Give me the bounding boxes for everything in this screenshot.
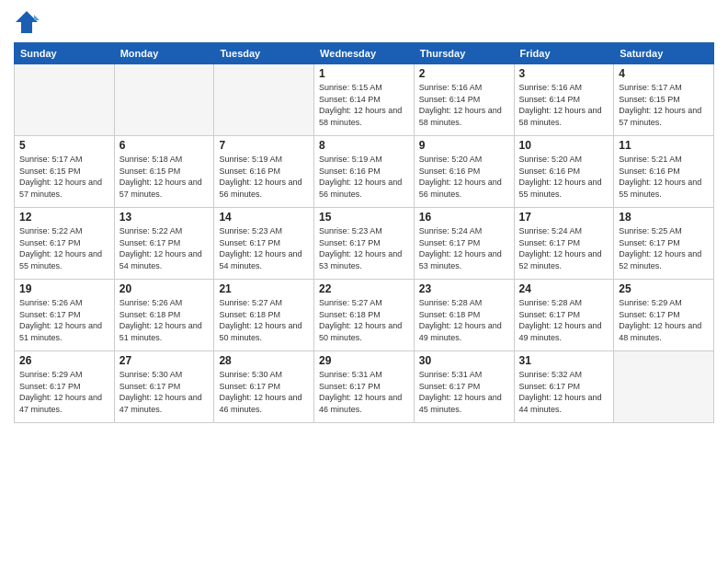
day-info: Sunrise: 5:20 AM Sunset: 6:16 PM Dayligh… [519,154,609,200]
calendar-cell: 16Sunrise: 5:24 AM Sunset: 6:17 PM Dayli… [414,208,514,280]
day-number: 21 [219,282,309,295]
calendar-cell: 22Sunrise: 5:27 AM Sunset: 6:18 PM Dayli… [314,280,415,351]
calendar-header-row: SundayMondayTuesdayWednesdayThursdayFrid… [15,43,714,64]
svg-marker-0 [16,11,38,33]
day-info: Sunrise: 5:32 AM Sunset: 6:17 PM Dayligh… [519,369,609,415]
week-row-3: 12Sunrise: 5:22 AM Sunset: 6:17 PM Dayli… [15,208,714,280]
day-info: Sunrise: 5:28 AM Sunset: 6:17 PM Dayligh… [519,297,609,343]
day-number: 10 [519,139,609,152]
calendar-cell: 8Sunrise: 5:19 AM Sunset: 6:16 PM Daylig… [314,136,415,208]
day-number: 28 [219,354,309,367]
week-row-1: 1Sunrise: 5:15 AM Sunset: 6:14 PM Daylig… [15,64,714,136]
day-info: Sunrise: 5:23 AM Sunset: 6:17 PM Dayligh… [319,225,409,271]
day-number: 8 [319,139,409,152]
calendar-cell: 17Sunrise: 5:24 AM Sunset: 6:17 PM Dayli… [514,208,614,280]
day-number: 25 [619,282,709,295]
day-info: Sunrise: 5:28 AM Sunset: 6:18 PM Dayligh… [419,297,509,343]
calendar-cell: 28Sunrise: 5:30 AM Sunset: 6:17 PM Dayli… [214,351,314,423]
calendar-cell: 18Sunrise: 5:25 AM Sunset: 6:17 PM Dayli… [614,208,714,280]
calendar-cell: 25Sunrise: 5:29 AM Sunset: 6:17 PM Dayli… [614,280,714,351]
day-number: 11 [619,139,709,152]
day-number: 30 [419,354,509,367]
day-info: Sunrise: 5:31 AM Sunset: 6:17 PM Dayligh… [419,369,509,415]
calendar-header-saturday: Saturday [614,43,714,64]
day-number: 31 [519,354,609,367]
calendar-cell: 4Sunrise: 5:17 AM Sunset: 6:15 PM Daylig… [614,64,714,136]
calendar-cell: 7Sunrise: 5:19 AM Sunset: 6:16 PM Daylig… [214,136,314,208]
day-number: 7 [219,139,309,152]
day-number: 12 [19,211,109,224]
week-row-2: 5Sunrise: 5:17 AM Sunset: 6:15 PM Daylig… [15,136,714,208]
day-number: 15 [319,211,409,224]
day-number: 14 [219,211,309,224]
calendar-header-wednesday: Wednesday [314,43,415,64]
logo-icon [14,9,40,35]
day-number: 24 [519,282,609,295]
calendar-cell: 3Sunrise: 5:16 AM Sunset: 6:14 PM Daylig… [514,64,614,136]
day-info: Sunrise: 5:26 AM Sunset: 6:17 PM Dayligh… [19,297,109,343]
day-info: Sunrise: 5:24 AM Sunset: 6:17 PM Dayligh… [419,225,509,271]
calendar-cell: 15Sunrise: 5:23 AM Sunset: 6:17 PM Dayli… [314,208,415,280]
day-number: 4 [619,67,709,80]
day-number: 6 [119,139,210,152]
calendar-cell: 11Sunrise: 5:21 AM Sunset: 6:16 PM Dayli… [614,136,714,208]
day-info: Sunrise: 5:17 AM Sunset: 6:15 PM Dayligh… [619,82,709,128]
day-info: Sunrise: 5:29 AM Sunset: 6:17 PM Dayligh… [619,297,709,343]
header [14,9,714,35]
day-number: 22 [319,282,409,295]
day-info: Sunrise: 5:24 AM Sunset: 6:17 PM Dayligh… [519,225,609,271]
calendar-cell: 13Sunrise: 5:22 AM Sunset: 6:17 PM Dayli… [114,208,214,280]
day-info: Sunrise: 5:22 AM Sunset: 6:17 PM Dayligh… [19,225,109,271]
calendar-cell [114,64,214,136]
day-info: Sunrise: 5:19 AM Sunset: 6:16 PM Dayligh… [319,154,409,200]
calendar-cell: 27Sunrise: 5:30 AM Sunset: 6:17 PM Dayli… [114,351,214,423]
calendar-cell: 2Sunrise: 5:16 AM Sunset: 6:14 PM Daylig… [414,64,514,136]
calendar-cell: 29Sunrise: 5:31 AM Sunset: 6:17 PM Dayli… [314,351,415,423]
day-number: 16 [419,211,509,224]
day-info: Sunrise: 5:21 AM Sunset: 6:16 PM Dayligh… [619,154,709,200]
day-number: 9 [419,139,509,152]
calendar-header-sunday: Sunday [15,43,115,64]
calendar-header-monday: Monday [114,43,214,64]
calendar-cell: 20Sunrise: 5:26 AM Sunset: 6:18 PM Dayli… [114,280,214,351]
calendar-header-tuesday: Tuesday [214,43,314,64]
day-number: 26 [19,354,109,367]
calendar-cell [614,351,714,423]
day-number: 17 [519,211,609,224]
calendar-cell: 5Sunrise: 5:17 AM Sunset: 6:15 PM Daylig… [15,136,115,208]
day-number: 19 [19,282,109,295]
calendar-cell: 19Sunrise: 5:26 AM Sunset: 6:17 PM Dayli… [15,280,115,351]
day-info: Sunrise: 5:25 AM Sunset: 6:17 PM Dayligh… [619,225,709,271]
day-info: Sunrise: 5:30 AM Sunset: 6:17 PM Dayligh… [219,369,309,415]
calendar-cell [214,64,314,136]
calendar-cell: 31Sunrise: 5:32 AM Sunset: 6:17 PM Dayli… [514,351,614,423]
calendar-cell: 1Sunrise: 5:15 AM Sunset: 6:14 PM Daylig… [314,64,415,136]
calendar-cell: 9Sunrise: 5:20 AM Sunset: 6:16 PM Daylig… [414,136,514,208]
day-number: 29 [319,354,409,367]
calendar-cell: 14Sunrise: 5:23 AM Sunset: 6:17 PM Dayli… [214,208,314,280]
calendar-header-friday: Friday [514,43,614,64]
day-info: Sunrise: 5:22 AM Sunset: 6:17 PM Dayligh… [119,225,210,271]
page: SundayMondayTuesdayWednesdayThursdayFrid… [0,0,728,563]
day-info: Sunrise: 5:17 AM Sunset: 6:15 PM Dayligh… [19,154,109,200]
calendar-cell: 24Sunrise: 5:28 AM Sunset: 6:17 PM Dayli… [514,280,614,351]
day-info: Sunrise: 5:27 AM Sunset: 6:18 PM Dayligh… [319,297,409,343]
calendar-cell: 10Sunrise: 5:20 AM Sunset: 6:16 PM Dayli… [514,136,614,208]
calendar: SundayMondayTuesdayWednesdayThursdayFrid… [14,42,714,423]
day-number: 5 [19,139,109,152]
day-info: Sunrise: 5:30 AM Sunset: 6:17 PM Dayligh… [119,369,210,415]
calendar-cell: 30Sunrise: 5:31 AM Sunset: 6:17 PM Dayli… [414,351,514,423]
calendar-cell: 21Sunrise: 5:27 AM Sunset: 6:18 PM Dayli… [214,280,314,351]
day-number: 20 [119,282,210,295]
day-number: 27 [119,354,210,367]
calendar-cell: 12Sunrise: 5:22 AM Sunset: 6:17 PM Dayli… [15,208,115,280]
day-info: Sunrise: 5:27 AM Sunset: 6:18 PM Dayligh… [219,297,309,343]
day-info: Sunrise: 5:26 AM Sunset: 6:18 PM Dayligh… [119,297,210,343]
day-info: Sunrise: 5:20 AM Sunset: 6:16 PM Dayligh… [419,154,509,200]
day-number: 3 [519,67,609,80]
day-info: Sunrise: 5:19 AM Sunset: 6:16 PM Dayligh… [219,154,309,200]
day-info: Sunrise: 5:15 AM Sunset: 6:14 PM Dayligh… [319,82,409,128]
calendar-cell: 6Sunrise: 5:18 AM Sunset: 6:15 PM Daylig… [114,136,214,208]
calendar-cell: 23Sunrise: 5:28 AM Sunset: 6:18 PM Dayli… [414,280,514,351]
calendar-header-thursday: Thursday [414,43,514,64]
